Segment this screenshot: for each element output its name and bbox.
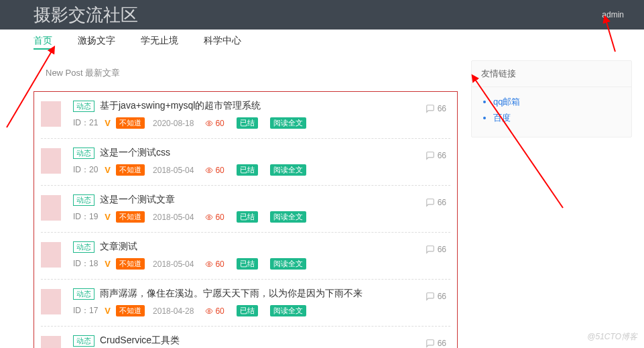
author-badge[interactable]: 不知道: [116, 117, 145, 129]
post-date: 2018-04-28: [153, 306, 194, 316]
site-title: 摄影交流社区: [34, 3, 602, 27]
author-badge[interactable]: 不知道: [116, 258, 145, 270]
comment-count[interactable]: 66: [426, 241, 450, 254]
view-count: 60: [204, 213, 224, 222]
vip-icon: V: [105, 212, 111, 222]
status-badge[interactable]: 已结: [237, 305, 258, 316]
read-more-button[interactable]: 阅读全文: [270, 211, 306, 223]
vip-icon: V: [105, 306, 111, 316]
friend-link[interactable]: 百度: [493, 113, 511, 123]
category-tag[interactable]: 动态: [73, 101, 94, 112]
svg-point-3: [208, 263, 210, 265]
post-thumb[interactable]: [41, 289, 61, 314]
post-id: ID：20: [73, 164, 98, 176]
read-more-button[interactable]: 阅读全文: [270, 117, 306, 129]
nav-item[interactable]: 学无止境: [141, 35, 178, 50]
status-badge[interactable]: 已结: [237, 117, 258, 129]
post-title[interactable]: 文章测试: [100, 241, 137, 253]
friend-link[interactable]: qq邮箱: [493, 97, 520, 107]
post-id: ID：19: [73, 211, 98, 223]
post-row: 动态雨声潺潺，像住在溪边。宁愿天天下雨，以为你是因为下雨不来ID：17V不知道2…: [41, 280, 450, 327]
sidebar-panel: 友情链接 qq邮箱百度: [471, 60, 632, 137]
post-title[interactable]: CrudService工具类: [100, 335, 180, 347]
category-tag[interactable]: 动态: [73, 288, 94, 300]
post-title[interactable]: 雨声潺潺，像住在溪边。宁愿天天下雨，以为你是因为下雨不来: [100, 288, 363, 300]
svg-point-2: [208, 216, 210, 218]
status-badge[interactable]: 已结: [237, 258, 258, 270]
read-more-button[interactable]: 阅读全文: [270, 164, 306, 176]
category-tag[interactable]: 动态: [73, 194, 94, 206]
view-count: 60: [204, 119, 224, 128]
post-date: 2018-05-04: [153, 213, 194, 222]
comment-count[interactable]: 66: [426, 335, 450, 348]
svg-point-4: [208, 310, 210, 312]
vip-icon: V: [105, 259, 111, 269]
sidebar-title: 友情链接: [472, 61, 631, 87]
post-date: 2020-08-18: [153, 119, 194, 128]
post-row: 动态这是一个测试cssID：20V不知道2018-05-0460已结阅读全文66: [41, 139, 450, 186]
post-id: ID：18: [73, 258, 98, 270]
vip-icon: V: [105, 118, 111, 128]
nav: 首页激扬文字学无止境科学中心: [0, 30, 644, 60]
post-thumb[interactable]: [41, 148, 61, 174]
category-tag[interactable]: 动态: [73, 148, 94, 159]
post-list: 动态基于java+swing+mysql的超市管理系统ID：21V不知道2020…: [34, 91, 458, 348]
post-title[interactable]: 这是一个测试文章: [100, 194, 175, 206]
post-date: 2018-05-04: [153, 166, 194, 175]
post-thumb[interactable]: [41, 101, 61, 127]
read-more-button[interactable]: 阅读全文: [270, 305, 306, 316]
view-count: 60: [204, 166, 224, 175]
status-badge[interactable]: 已结: [237, 211, 258, 223]
view-count: 60: [204, 306, 224, 316]
vip-icon: V: [105, 165, 111, 175]
comment-count[interactable]: 66: [426, 147, 450, 160]
post-thumb[interactable]: [41, 195, 61, 221]
user-link[interactable]: admin: [602, 10, 624, 19]
watermark: @51CTO博客: [587, 331, 637, 343]
svg-point-0: [208, 122, 210, 124]
author-badge[interactable]: 不知道: [116, 211, 145, 223]
post-row: 动态文章测试ID：18V不知道2018-05-0460已结阅读全文66: [41, 233, 450, 280]
author-badge[interactable]: 不知道: [116, 305, 145, 316]
status-badge[interactable]: 已结: [237, 164, 258, 176]
post-row: 动态基于java+swing+mysql的超市管理系统ID：21V不知道2020…: [41, 92, 450, 139]
author-badge[interactable]: 不知道: [116, 164, 145, 176]
comment-count[interactable]: 66: [426, 194, 450, 207]
section-title: New Post 最新文章: [34, 60, 458, 91]
topbar: 摄影交流社区 admin: [0, 0, 644, 30]
post-date: 2018-05-04: [153, 259, 194, 269]
nav-item[interactable]: 首页: [34, 35, 52, 50]
read-more-button[interactable]: 阅读全文: [270, 258, 306, 270]
post-thumb[interactable]: [41, 336, 61, 348]
post-thumb[interactable]: [41, 242, 61, 268]
nav-item[interactable]: 激扬文字: [78, 35, 115, 50]
post-row: 动态这是一个测试文章ID：19V不知道2018-05-0460已结阅读全文66: [41, 186, 450, 233]
svg-point-1: [208, 169, 210, 171]
post-title[interactable]: 基于java+swing+mysql的超市管理系统: [100, 100, 261, 112]
post-title[interactable]: 这是一个测试css: [100, 147, 170, 159]
nav-item[interactable]: 科学中心: [204, 35, 241, 50]
post-row: 动态CrudService工具类ID：16V不知道2018-02-2660已结阅…: [41, 327, 450, 348]
post-id: ID：21: [73, 117, 98, 129]
post-id: ID：17: [73, 305, 98, 316]
comment-count[interactable]: 66: [426, 100, 450, 113]
category-tag[interactable]: 动态: [73, 335, 94, 347]
comment-count[interactable]: 66: [426, 288, 450, 301]
view-count: 60: [204, 259, 224, 269]
category-tag[interactable]: 动态: [73, 241, 94, 253]
